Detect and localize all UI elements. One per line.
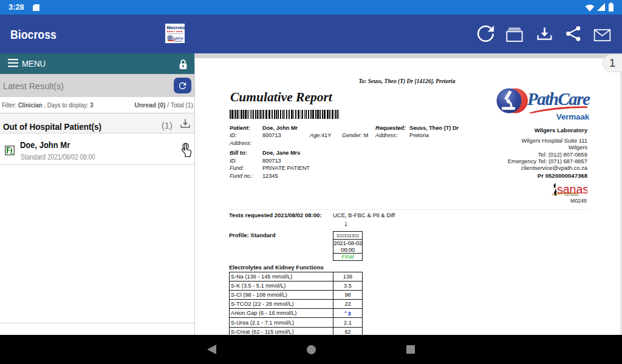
- svg-text:sanas: sanas: [557, 183, 587, 196]
- svg-text:LabCare: LabCare: [173, 36, 183, 39]
- svg-text:medical laboratories: medical laboratories: [565, 194, 579, 197]
